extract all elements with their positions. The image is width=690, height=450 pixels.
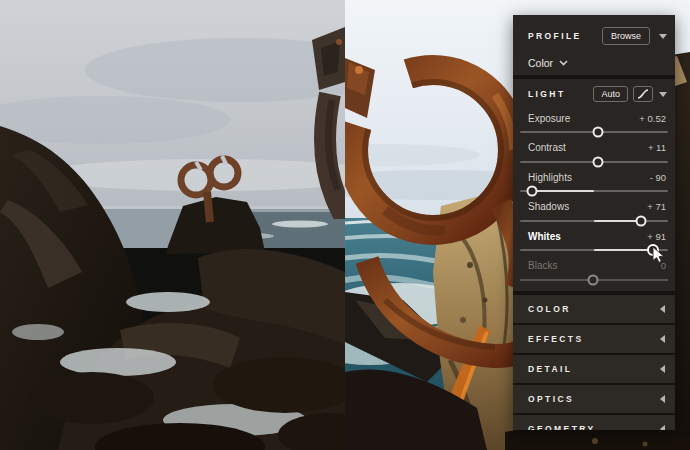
- tone-curve-icon: [637, 89, 649, 99]
- app-window: PROFILE Browse Color LIGHT Auto: [0, 0, 690, 450]
- triangle-left-icon: [660, 395, 665, 403]
- slider-track[interactable]: [520, 184, 668, 197]
- light-sliders: Exposure + 0.52 Contrast + 11: [513, 109, 675, 286]
- tone-curve-button[interactable]: [633, 86, 653, 102]
- slider-value: + 0.52: [639, 113, 666, 124]
- triangle-left-icon: [660, 305, 665, 313]
- slider-label: Blacks: [528, 260, 557, 271]
- slider-knob[interactable]: [593, 156, 604, 167]
- slider-track[interactable]: [520, 214, 668, 227]
- slider-label: Whites: [528, 231, 561, 242]
- slider-row-highlights: Highlights - 90: [520, 168, 668, 198]
- light-section-title: LIGHT: [528, 89, 566, 99]
- slider-label: Contrast: [528, 142, 566, 153]
- slider-row-shadows: Shadows + 71: [520, 198, 668, 228]
- profile-selected-value: Color: [528, 57, 553, 69]
- slider-row-contrast: Contrast + 11: [520, 139, 668, 169]
- section-label: OPTICS: [528, 394, 574, 404]
- slider-value: + 91: [647, 231, 666, 242]
- section-label: DETAIL: [528, 364, 572, 374]
- slider-label: Exposure: [528, 113, 570, 124]
- slider-knob[interactable]: [636, 215, 647, 226]
- photo-before-half[interactable]: [0, 0, 345, 450]
- profile-section-title: PROFILE: [528, 31, 582, 41]
- section-header-geometry[interactable]: GEOMETRY: [513, 415, 675, 430]
- slider-knob[interactable]: [587, 274, 598, 285]
- slider-value: - 90: [650, 172, 666, 183]
- slider-track[interactable]: [520, 155, 668, 168]
- triangle-down-icon[interactable]: [659, 34, 667, 39]
- triangle-left-icon: [660, 425, 665, 430]
- chevron-down-icon: [559, 60, 568, 66]
- slider-track[interactable]: [520, 273, 668, 286]
- slider-label: Shadows: [528, 201, 569, 212]
- slider-row-blacks: Blacks 0: [520, 257, 668, 287]
- edit-panel: PROFILE Browse Color LIGHT Auto: [513, 15, 675, 430]
- slider-knob[interactable]: [526, 186, 537, 197]
- mouse-cursor-icon: [652, 246, 665, 268]
- triangle-down-icon[interactable]: [659, 92, 667, 97]
- slider-row-exposure: Exposure + 0.52: [520, 109, 668, 139]
- slider-track[interactable]: [520, 243, 668, 256]
- section-header-detail[interactable]: DETAIL: [513, 355, 675, 383]
- light-section: LIGHT Auto Exposure + 0.52: [513, 79, 675, 291]
- triangle-left-icon: [660, 335, 665, 343]
- slider-row-whites: Whites + 91: [520, 227, 668, 257]
- auto-button[interactable]: Auto: [593, 86, 628, 102]
- section-header-color[interactable]: COLOR: [513, 295, 675, 323]
- section-header-effects[interactable]: EFFECTS: [513, 325, 675, 353]
- slider-label: Highlights: [528, 172, 572, 183]
- profile-selector[interactable]: Color: [528, 51, 667, 75]
- section-label: EFFECTS: [528, 334, 584, 344]
- section-label: GEOMETRY: [528, 424, 596, 430]
- slider-value: + 71: [647, 201, 666, 212]
- slider-knob[interactable]: [593, 127, 604, 138]
- browse-button[interactable]: Browse: [602, 27, 650, 45]
- before-photo-illustration: [0, 0, 345, 450]
- section-label: COLOR: [528, 304, 571, 314]
- slider-track[interactable]: [520, 125, 668, 138]
- profile-section: PROFILE Browse Color: [513, 15, 675, 75]
- triangle-left-icon: [660, 365, 665, 373]
- slider-value: + 11: [648, 142, 666, 153]
- section-header-optics[interactable]: OPTICS: [513, 385, 675, 413]
